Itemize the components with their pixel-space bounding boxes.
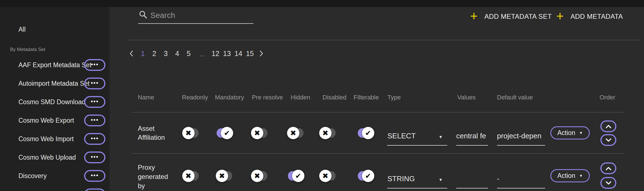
type-select[interactable]: STRING bbox=[387, 174, 415, 183]
more-options-icon: ••• bbox=[91, 172, 99, 180]
next-page-button[interactable] bbox=[257, 49, 266, 58]
chevron-down-icon: ▼ bbox=[579, 131, 583, 135]
header-divider bbox=[127, 40, 641, 40]
more-options-button[interactable]: ••• bbox=[84, 115, 105, 126]
move-down-button[interactable] bbox=[600, 177, 616, 189]
sidebar-item[interactable]: Cosmo SMD Download ••• bbox=[0, 96, 110, 108]
more-options-icon: ••• bbox=[91, 98, 99, 106]
pre-resolve-toggle[interactable]: ✖ bbox=[251, 127, 268, 139]
chevron-down-icon bbox=[606, 182, 611, 184]
type-select-underline bbox=[387, 145, 447, 146]
move-up-button[interactable] bbox=[600, 162, 616, 174]
hidden-toggle[interactable]: ✔ bbox=[287, 170, 304, 182]
field-name-line: by bbox=[138, 181, 168, 190]
toggle-thumb: ✖ bbox=[251, 127, 263, 139]
page-number[interactable]: 5 bbox=[184, 50, 193, 58]
more-options-button[interactable]: ••• bbox=[84, 170, 105, 182]
sidebar-item[interactable]: Discovery ••• bbox=[0, 170, 110, 182]
sidebar-item-all[interactable]: All bbox=[0, 24, 110, 35]
sidebar-item[interactable]: Cosmo Web Upload ••• bbox=[0, 152, 110, 163]
sidebar-item-label: Cosmo SMD Download bbox=[18, 98, 85, 106]
chevron-down-icon: ▼ bbox=[439, 134, 443, 139]
more-options-button[interactable]: ••• bbox=[84, 188, 105, 191]
disabled-toggle[interactable]: ✖ bbox=[319, 170, 337, 182]
move-up-button[interactable] bbox=[600, 120, 616, 132]
pre-resolve-toggle[interactable]: ✖ bbox=[251, 170, 268, 182]
add-metadata-button[interactable]: + ADD METADATA bbox=[556, 9, 623, 24]
disabled-toggle[interactable]: ✖ bbox=[319, 127, 337, 139]
toggle-thumb: ✖ bbox=[182, 127, 195, 139]
action-button-label: Action bbox=[557, 129, 575, 137]
more-options-button[interactable]: ••• bbox=[84, 59, 105, 71]
more-options-icon: ••• bbox=[91, 117, 99, 124]
hidden-toggle[interactable]: ✖ bbox=[287, 127, 304, 139]
page-number[interactable]: 13 bbox=[223, 50, 231, 58]
sidebar-item-label: Discovery bbox=[18, 172, 47, 180]
page-number[interactable]: 15 bbox=[246, 50, 254, 58]
field-name-line: Proxy bbox=[138, 163, 168, 172]
more-options-icon: ••• bbox=[91, 61, 99, 69]
type-select[interactable]: SELECT bbox=[387, 132, 416, 140]
column-header-disabled: Disabled bbox=[323, 94, 347, 101]
toggle-thumb: ✖ bbox=[319, 127, 332, 139]
page-number[interactable]: 2 bbox=[150, 50, 158, 58]
chevron-up-icon bbox=[606, 125, 611, 128]
column-header-type: Type bbox=[387, 94, 401, 101]
move-down-button[interactable] bbox=[600, 134, 616, 146]
sidebar-item[interactable]: AAF Export Metadata Set ••• bbox=[0, 59, 110, 71]
column-header-readonly: Readonly bbox=[182, 94, 208, 101]
column-header-mandatory: Mandatory bbox=[215, 94, 244, 101]
add-metadata-set-button[interactable]: + ADD METADATA SET bbox=[470, 9, 552, 24]
field-name: Proxy generated by bbox=[138, 163, 168, 190]
toggle-thumb: ✔ bbox=[221, 127, 233, 139]
column-header-order: Order bbox=[600, 94, 615, 101]
toggle-thumb: ✖ bbox=[287, 127, 299, 139]
more-options-icon: ••• bbox=[91, 154, 99, 161]
plus-icon: + bbox=[470, 10, 478, 22]
more-options-button[interactable]: ••• bbox=[84, 133, 105, 145]
sidebar-item[interactable]: Cosmo Web Export ••• bbox=[0, 115, 110, 126]
page-number[interactable]: 4 bbox=[173, 50, 181, 58]
action-button[interactable]: Action ▼ bbox=[550, 169, 590, 182]
more-options-button[interactable]: ••• bbox=[84, 152, 105, 163]
page-number[interactable]: 12 bbox=[211, 50, 220, 58]
sidebar-item-label: AAF Export Metadata Set bbox=[18, 61, 91, 69]
table-row: Asset Affiliation ✖ ✔ ✖ ✖ ✖ ✔ SELECT ▼ c… bbox=[110, 113, 644, 153]
plus-icon: + bbox=[556, 10, 564, 22]
more-options-icon: ••• bbox=[91, 80, 99, 87]
mandatory-toggle[interactable]: ✖ bbox=[216, 170, 233, 182]
toggle-thumb: ✖ bbox=[319, 170, 332, 182]
metadata-main-panel: + ADD METADATA SET + ADD METADATA 12345…… bbox=[110, 7, 644, 191]
sidebar-item[interactable]: Cosmo Web Import ••• bbox=[0, 133, 110, 145]
mandatory-toggle[interactable]: ✔ bbox=[216, 127, 233, 139]
previous-page-button[interactable] bbox=[127, 49, 136, 58]
page-number[interactable]: 14 bbox=[234, 50, 243, 58]
more-options-button[interactable]: ••• bbox=[84, 78, 105, 89]
sidebar-item[interactable]: Autoimport Metadata Set ••• bbox=[0, 78, 110, 89]
add-metadata-set-label: ADD METADATA SET bbox=[484, 13, 552, 20]
page-number[interactable]: 3 bbox=[162, 50, 170, 58]
field-name-line: Affiliation bbox=[138, 133, 165, 142]
field-name: Asset Affiliation bbox=[138, 124, 165, 142]
type-select-underline bbox=[387, 188, 447, 188]
readonly-toggle[interactable]: ✖ bbox=[182, 170, 200, 182]
filterable-toggle[interactable]: ✔ bbox=[357, 127, 374, 139]
page-number[interactable]: 1 bbox=[139, 50, 147, 58]
sidebar-item-label: Autoimport Metadata Set bbox=[18, 80, 89, 87]
chevron-down-icon: ▼ bbox=[439, 177, 443, 182]
search-underline bbox=[138, 23, 254, 24]
readonly-toggle[interactable]: ✖ bbox=[182, 127, 200, 139]
default-value-field[interactable]: - bbox=[497, 174, 543, 183]
toggle-thumb: ✖ bbox=[182, 170, 195, 182]
more-options-button[interactable]: ••• bbox=[84, 96, 105, 108]
default-value-field[interactable]: project-depen bbox=[497, 132, 543, 140]
search-input[interactable] bbox=[150, 9, 251, 22]
action-button[interactable]: Action ▼ bbox=[550, 126, 590, 139]
default-value-underline bbox=[497, 145, 545, 146]
chevron-down-icon: ▼ bbox=[579, 174, 583, 178]
column-header-hidden: Hidden bbox=[291, 94, 310, 101]
values-field[interactable]: central fe bbox=[456, 132, 487, 140]
filterable-toggle[interactable]: ✔ bbox=[357, 170, 374, 182]
sidebar-item-label: Cosmo Web Upload bbox=[18, 154, 76, 161]
sidebar-item[interactable]: ••• bbox=[0, 188, 110, 191]
